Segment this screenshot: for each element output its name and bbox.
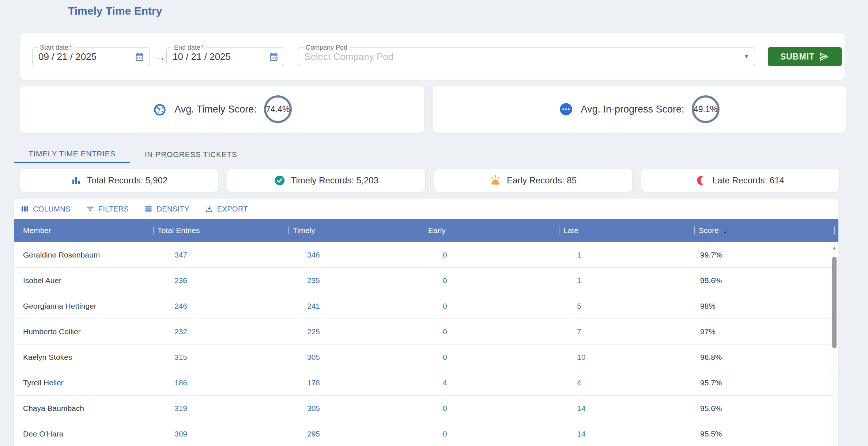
cell-member: Georgianna Hettinger: [14, 293, 153, 319]
company-pod-select[interactable]: Company Pod Select Company Pod ▼: [298, 47, 755, 66]
cell-score: 99.7%: [694, 242, 838, 267]
bar-chart-icon: [71, 175, 82, 186]
table-header: Member Total Entries Timely Early Late S…: [14, 219, 838, 242]
tab-in-progress-tickets[interactable]: IN-PROGRESS TICKETS: [130, 145, 252, 163]
scrollbar-thumb[interactable]: [832, 257, 837, 348]
cell-score: 95.7%: [694, 370, 838, 395]
cell-late-link[interactable]: 10: [559, 344, 694, 370]
column-header-timely[interactable]: Timely: [288, 219, 424, 242]
cell-early-link[interactable]: 0: [424, 319, 559, 344]
required-asterisk: *: [69, 44, 72, 51]
required-asterisk: *: [201, 44, 204, 51]
columns-button[interactable]: COLUMNS: [20, 205, 71, 213]
early-records-card: Early Records: 85: [434, 169, 632, 192]
calendar-icon[interactable]: [135, 52, 144, 62]
cell-member: Kaelyn Stokes: [14, 344, 153, 370]
crescent-icon: [696, 175, 707, 186]
header-end-separator: [834, 226, 835, 235]
vertical-scrollbar[interactable]: ▲: [831, 242, 837, 446]
cell-late-link[interactable]: 5: [559, 293, 694, 319]
column-header-score[interactable]: Score ↓: [694, 219, 838, 242]
column-header-late[interactable]: Late: [559, 219, 694, 242]
cell-late-link[interactable]: 14: [559, 396, 694, 421]
cell-total-entries-link[interactable]: 246: [153, 293, 288, 319]
cell-timely-link[interactable]: 295: [288, 421, 424, 446]
cell-late-link[interactable]: 7: [559, 319, 694, 344]
cell-early-link[interactable]: 0: [424, 421, 559, 446]
column-header-early[interactable]: Early: [424, 219, 559, 242]
scroll-up-icon[interactable]: ▲: [831, 242, 837, 251]
avg-timely-score-value: 74.4%: [266, 104, 290, 114]
table-row[interactable]: Isobel Auer2362350199.6%: [14, 268, 838, 293]
cell-total-entries-link[interactable]: 236: [153, 268, 288, 293]
calendar-icon[interactable]: [269, 52, 279, 62]
table-row[interactable]: Georgianna Hettinger2462410598%: [14, 293, 838, 319]
table-row[interactable]: Tyrell Heller1861784495.7%: [14, 370, 838, 396]
cell-late-link[interactable]: 1: [559, 268, 694, 293]
cell-total-entries-link[interactable]: 315: [153, 344, 288, 370]
table-row[interactable]: Geraldine Rosenbaum3473460199.7%: [14, 242, 838, 268]
start-date-field[interactable]: Start date* 09 / 21 / 2025: [32, 47, 150, 66]
avg-in-progress-score-card: Avg. In-progress Score: 49.1%: [433, 86, 846, 133]
cell-score: 97%: [694, 319, 838, 344]
send-icon: [819, 52, 829, 62]
tab-timely-time-entries[interactable]: TIMELY TIME ENTRIES: [14, 145, 130, 163]
arrow-right-icon: →: [153, 47, 166, 66]
cell-total-entries-link[interactable]: 186: [153, 370, 288, 395]
density-button[interactable]: DENSITY: [144, 205, 189, 213]
cell-early-link[interactable]: 0: [424, 396, 559, 421]
end-date-field[interactable]: End date* 10 / 21 / 2025: [166, 47, 284, 66]
siren-icon: [490, 175, 501, 186]
cell-timely-link[interactable]: 241: [288, 293, 424, 319]
cell-early-link[interactable]: 4: [424, 370, 559, 395]
company-pod-placeholder[interactable]: Select Company Pod: [298, 51, 393, 62]
timely-records-card: Timely Records: 5,203: [227, 169, 425, 192]
cell-total-entries-link[interactable]: 347: [153, 242, 288, 267]
density-icon: [144, 205, 153, 213]
column-header-total-entries[interactable]: Total Entries: [153, 219, 288, 242]
column-header-member[interactable]: Member: [14, 219, 153, 242]
export-button[interactable]: EXPORT: [205, 205, 248, 213]
cell-member: Dee O'Hara: [14, 421, 153, 446]
cell-timely-link[interactable]: 305: [288, 344, 424, 370]
filters-button[interactable]: FILTERS: [86, 205, 129, 213]
cell-timely-link[interactable]: 178: [288, 370, 424, 395]
timer-icon: [152, 102, 167, 117]
cell-late-link[interactable]: 14: [559, 421, 694, 446]
avg-timely-score-card: Avg. Timely Score: 74.4%: [20, 86, 424, 133]
page-header: Timely Time Entry: [0, 0, 868, 17]
submit-button[interactable]: SUBMIT: [768, 47, 842, 66]
cell-score: 95.5%: [694, 421, 838, 446]
early-records-label: Early Records: 85: [507, 175, 577, 186]
score-cards: Avg. Timely Score: 74.4% Avg. In-progres…: [20, 86, 846, 133]
cell-timely-link[interactable]: 225: [288, 319, 424, 344]
cell-late-link[interactable]: 4: [559, 370, 694, 395]
cell-late-link[interactable]: 1: [559, 242, 694, 267]
table-row[interactable]: Chaya Baumbach31930501495.6%: [14, 396, 838, 421]
start-date-value[interactable]: 09 / 21 / 2025: [33, 51, 97, 62]
cell-total-entries-link[interactable]: 309: [153, 421, 288, 446]
table-row[interactable]: Dee O'Hara30929501495.5%: [14, 421, 838, 446]
cell-timely-link[interactable]: 346: [288, 242, 424, 267]
end-date-label: End date*: [172, 44, 206, 52]
cell-member: Isobel Auer: [14, 268, 153, 293]
cell-early-link[interactable]: 0: [424, 268, 559, 293]
columns-icon: [20, 205, 29, 213]
cell-timely-link[interactable]: 305: [288, 396, 424, 421]
table-row[interactable]: Kaelyn Stokes31530501096.8%: [14, 344, 838, 370]
cell-early-link[interactable]: 0: [424, 242, 559, 267]
cell-member: Tyrell Heller: [14, 370, 153, 395]
cell-timely-link[interactable]: 235: [288, 268, 424, 293]
cell-total-entries-link[interactable]: 319: [153, 396, 288, 421]
stat-cards: Total Records: 5,902 Timely Records: 5,2…: [20, 169, 839, 192]
end-date-value[interactable]: 10 / 21 / 2025: [167, 51, 231, 62]
cell-score: 99.6%: [694, 268, 838, 293]
chevron-down-icon[interactable]: ▼: [743, 53, 750, 60]
cell-score: 98%: [694, 293, 838, 319]
sort-desc-icon[interactable]: ↓: [723, 226, 727, 235]
total-records-label: Total Records: 5,902: [87, 175, 167, 186]
cell-total-entries-link[interactable]: 232: [153, 319, 288, 344]
cell-early-link[interactable]: 0: [424, 293, 559, 319]
table-row[interactable]: Humberto Collier2322250797%: [14, 319, 838, 344]
cell-early-link[interactable]: 0: [424, 344, 559, 370]
